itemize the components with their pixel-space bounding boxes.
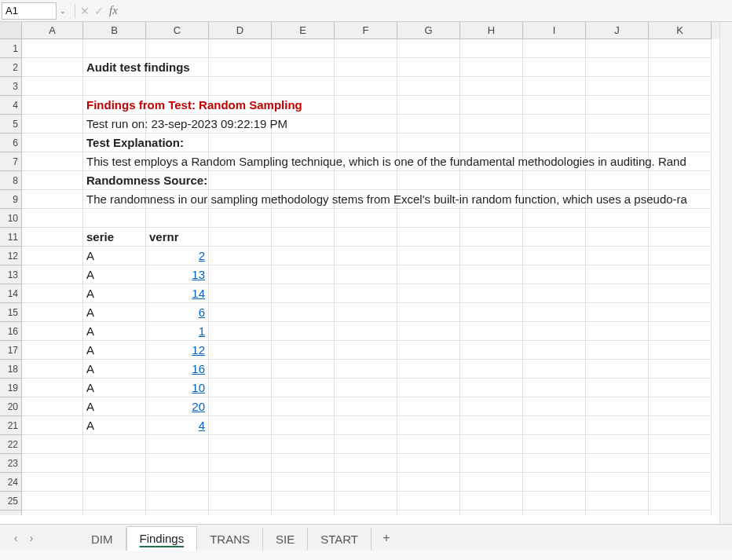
cell-I12[interactable] bbox=[523, 247, 586, 265]
cell-I10[interactable] bbox=[523, 209, 586, 228]
column-header-E[interactable]: E bbox=[272, 22, 335, 39]
cell-F17[interactable] bbox=[335, 341, 397, 360]
cell-C15[interactable]: 6 bbox=[146, 303, 209, 322]
sheet-tab-findings[interactable]: Findings bbox=[126, 526, 198, 551]
row-header-22[interactable]: 22 bbox=[0, 435, 22, 454]
cell-C23[interactable] bbox=[146, 454, 209, 473]
cell-F6[interactable] bbox=[335, 134, 397, 152]
cell-D23[interactable] bbox=[209, 454, 272, 473]
cell-I4[interactable] bbox=[523, 96, 586, 115]
cell-H22[interactable] bbox=[460, 435, 523, 454]
cell-A25[interactable] bbox=[22, 492, 83, 511]
cell-D24[interactable] bbox=[209, 473, 272, 492]
cell-F8[interactable] bbox=[335, 171, 397, 190]
cell-B24[interactable] bbox=[83, 473, 146, 492]
cell-K5[interactable] bbox=[649, 115, 712, 134]
cell-B20[interactable]: A bbox=[83, 397, 146, 416]
cell-B4[interactable]: Findings from Test: Random Sampling bbox=[83, 96, 146, 115]
row-header-13[interactable]: 13 bbox=[0, 265, 22, 284]
cell-H4[interactable] bbox=[460, 96, 523, 115]
cell-A12[interactable] bbox=[22, 247, 83, 265]
cell-C13[interactable]: 13 bbox=[146, 265, 209, 284]
cell-I5[interactable] bbox=[523, 115, 586, 134]
cell-D12[interactable] bbox=[209, 247, 272, 265]
cell-C19[interactable]: 10 bbox=[146, 379, 209, 397]
row-header-14[interactable]: 14 bbox=[0, 284, 22, 303]
cell-B10[interactable] bbox=[83, 209, 146, 228]
cell-G26[interactable] bbox=[397, 511, 460, 515]
cell-E17[interactable] bbox=[272, 341, 335, 360]
cell-J2[interactable] bbox=[586, 58, 649, 77]
cell-K17[interactable] bbox=[649, 341, 712, 360]
cell-E25[interactable] bbox=[272, 492, 335, 511]
cell-A10[interactable] bbox=[22, 209, 83, 228]
cell-K26[interactable] bbox=[649, 511, 712, 515]
cell-J18[interactable] bbox=[586, 360, 649, 379]
cell-H2[interactable] bbox=[460, 58, 523, 77]
column-header-K[interactable]: K bbox=[649, 22, 712, 39]
cell-K20[interactable] bbox=[649, 397, 712, 416]
cell-J26[interactable] bbox=[586, 511, 649, 515]
cell-C12[interactable]: 2 bbox=[146, 247, 209, 265]
cell-H23[interactable] bbox=[460, 454, 523, 473]
cell-J13[interactable] bbox=[586, 265, 649, 284]
cell-K24[interactable] bbox=[649, 473, 712, 492]
cell-H1[interactable] bbox=[460, 39, 523, 58]
cell-K25[interactable] bbox=[649, 492, 712, 511]
cell-A3[interactable] bbox=[22, 77, 83, 96]
cell-C22[interactable] bbox=[146, 435, 209, 454]
row-header-18[interactable]: 18 bbox=[0, 360, 22, 379]
cell-D17[interactable] bbox=[209, 341, 272, 360]
cell-B18[interactable]: A bbox=[83, 360, 146, 379]
cell-H18[interactable] bbox=[460, 360, 523, 379]
cell-J11[interactable] bbox=[586, 228, 649, 247]
cell-F23[interactable] bbox=[335, 454, 397, 473]
new-sheet-button[interactable]: + bbox=[375, 531, 398, 545]
cell-K3[interactable] bbox=[649, 77, 712, 96]
cell-G23[interactable] bbox=[397, 454, 460, 473]
cell-I6[interactable] bbox=[523, 134, 586, 152]
fx-icon[interactable]: fx bbox=[109, 4, 118, 17]
cell-G20[interactable] bbox=[397, 397, 460, 416]
row-header-15[interactable]: 15 bbox=[0, 303, 22, 322]
cell-H17[interactable] bbox=[460, 341, 523, 360]
cell-A8[interactable] bbox=[22, 171, 83, 190]
cell-B13[interactable]: A bbox=[83, 265, 146, 284]
cell-B2[interactable]: Audit test findings bbox=[83, 58, 146, 77]
cell-C1[interactable] bbox=[146, 39, 209, 58]
cell-E20[interactable] bbox=[272, 397, 335, 416]
cell-K21[interactable] bbox=[649, 416, 712, 435]
row-header-8[interactable]: 8 bbox=[0, 171, 22, 190]
column-header-A[interactable]: A bbox=[22, 22, 83, 39]
cell-D6[interactable] bbox=[209, 134, 272, 152]
column-header-H[interactable]: H bbox=[460, 22, 523, 39]
cell-C20[interactable]: 20 bbox=[146, 397, 209, 416]
row-header-17[interactable]: 17 bbox=[0, 341, 22, 360]
cell-C25[interactable] bbox=[146, 492, 209, 511]
cell-F11[interactable] bbox=[335, 228, 397, 247]
cell-H6[interactable] bbox=[460, 134, 523, 152]
cell-K1[interactable] bbox=[649, 39, 712, 58]
sheet-tab-start[interactable]: START bbox=[308, 528, 371, 551]
cell-G17[interactable] bbox=[397, 341, 460, 360]
cell-C18[interactable]: 16 bbox=[146, 360, 209, 379]
cell-E24[interactable] bbox=[272, 473, 335, 492]
row-header-2[interactable]: 2 bbox=[0, 58, 22, 77]
cell-D14[interactable] bbox=[209, 284, 272, 303]
row-header-4[interactable]: 4 bbox=[0, 96, 22, 115]
cell-J22[interactable] bbox=[586, 435, 649, 454]
cell-B25[interactable] bbox=[83, 492, 146, 511]
cell-C10[interactable] bbox=[146, 209, 209, 228]
row-header-5[interactable]: 5 bbox=[0, 115, 22, 134]
cell-E23[interactable] bbox=[272, 454, 335, 473]
cell-F26[interactable] bbox=[335, 511, 397, 515]
row-header-25[interactable]: 25 bbox=[0, 492, 22, 511]
sheet-tab-dim[interactable]: DIM bbox=[79, 528, 126, 551]
cell-G5[interactable] bbox=[397, 115, 460, 134]
cell-D13[interactable] bbox=[209, 265, 272, 284]
cell-G2[interactable] bbox=[397, 58, 460, 77]
cell-K10[interactable] bbox=[649, 209, 712, 228]
cell-A22[interactable] bbox=[22, 435, 83, 454]
cell-F3[interactable] bbox=[335, 77, 397, 96]
cell-H5[interactable] bbox=[460, 115, 523, 134]
